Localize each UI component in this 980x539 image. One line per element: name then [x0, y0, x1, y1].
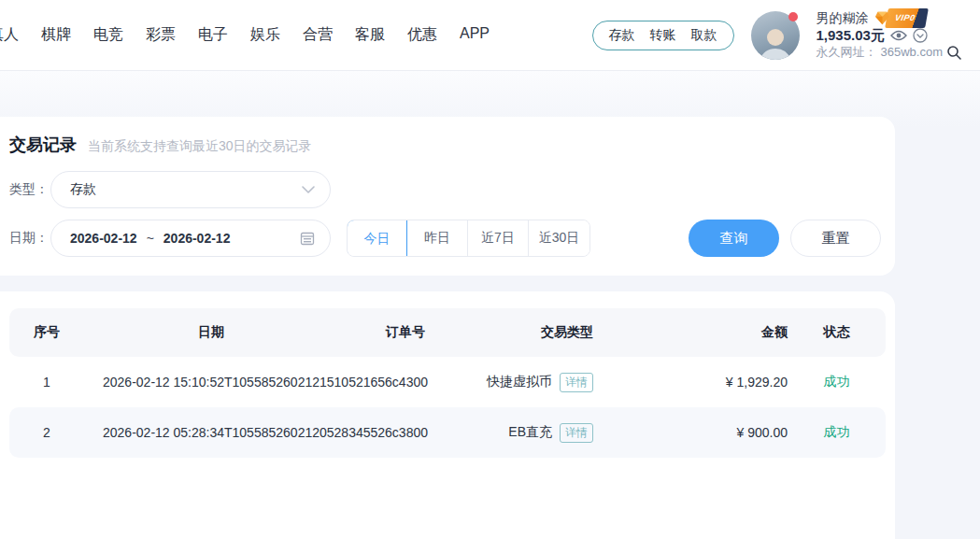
row-order-no: T1055852602120528345526c3800 [224, 425, 425, 440]
row-index: 2 [9, 425, 84, 440]
transaction-table-panel: 序号 日期 订单号 交易类型 金额 状态 1 2026-02-12 15:10:… [0, 291, 895, 539]
notification-dot [788, 12, 798, 21]
nav-item-chess[interactable]: 棋牌 [41, 25, 71, 45]
deposit-button[interactable]: 存款 [609, 27, 635, 44]
eye-icon[interactable] [890, 29, 907, 42]
person-silhouette-icon [757, 24, 794, 60]
calendar-icon [300, 231, 315, 246]
nav-item-app[interactable]: APP [460, 25, 490, 45]
reset-button[interactable]: 重置 [790, 220, 881, 257]
permanent-url[interactable]: 365wb.com [881, 44, 943, 60]
nav-item-support[interactable]: 客服 [355, 25, 385, 45]
quick-range-yesterday[interactable]: 昨日 [407, 220, 468, 256]
top-navigation-bar: 真人 棋牌 电竞 彩票 电子 娱乐 合营 客服 优惠 APP 存款 转账 取款 [0, 0, 980, 71]
date-start: 2026-02-12 [70, 231, 137, 246]
main-nav: 真人 棋牌 电竞 彩票 电子 娱乐 合营 客服 优惠 APP [0, 25, 490, 45]
row-status: 成功 [788, 424, 886, 441]
nav-item-live[interactable]: 真人 [0, 25, 19, 45]
nav-item-promo[interactable]: 优惠 [407, 25, 437, 45]
withdraw-button[interactable]: 取款 [691, 27, 717, 44]
transaction-filter-panel: 交易记录 当前系统支持查询最近30日的交易记录 类型： 存款 日期： 2026-… [0, 117, 895, 276]
table-row: 2 2026-02-12 05:28:34 T10558526021205283… [9, 407, 886, 458]
row-date: 2026-02-12 15:10:52 [84, 375, 224, 390]
search-button[interactable]: 查询 [689, 220, 779, 257]
page-title: 交易记录 [9, 134, 77, 156]
username: 男的糊涂 [817, 10, 869, 26]
row-order-no: T1055852602121510521656c4300 [224, 375, 425, 390]
col-header-order: 订单号 [224, 324, 425, 341]
search-icon[interactable] [946, 45, 961, 60]
row-status: 成功 [788, 374, 886, 390]
col-header-date: 日期 [84, 324, 224, 341]
vip-gem-icon [874, 11, 890, 25]
balance: 1,935.03元 [817, 27, 885, 43]
nav-item-affiliate[interactable]: 合营 [303, 25, 333, 45]
vip-label: VIP0 [885, 8, 928, 28]
row-index: 1 [9, 375, 84, 390]
col-header-index: 序号 [9, 324, 84, 341]
type-label: 类型： [9, 181, 50, 198]
detail-link[interactable]: 详情 [560, 423, 593, 443]
col-header-status: 状态 [788, 324, 886, 341]
detail-link[interactable]: 详情 [560, 373, 593, 392]
type-select-value: 存款 [70, 181, 302, 198]
row-amount: ¥ 1,929.20 [593, 375, 788, 390]
row-date: 2026-02-12 05:28:34 [84, 425, 224, 440]
table-header-row: 序号 日期 订单号 交易类型 金额 状态 [9, 308, 886, 357]
row-type: 快捷虚拟币 [487, 374, 552, 390]
wallet-actions: 存款 转账 取款 [592, 21, 734, 50]
refresh-balance-icon[interactable] [913, 28, 928, 43]
nav-item-esports[interactable]: 电竞 [93, 25, 123, 45]
col-header-amount: 金额 [593, 324, 788, 341]
nav-item-entertainment[interactable]: 娱乐 [250, 25, 280, 45]
quick-range-30days[interactable]: 近30日 [529, 220, 589, 256]
transfer-button[interactable]: 转账 [650, 27, 676, 44]
table-row: 1 2026-02-12 15:10:52 T10558526021215105… [9, 357, 886, 407]
date-filter-row: 日期： 2026-02-12 ~ 2026-02-12 今日 昨日 近7日 [9, 220, 881, 257]
nav-item-lottery[interactable]: 彩票 [146, 25, 176, 45]
permanent-url-label: 永久网址： [817, 44, 877, 60]
page-subtitle: 当前系统支持查询最近30日的交易记录 [88, 138, 312, 155]
type-filter-row: 类型： 存款 [9, 171, 881, 208]
date-label: 日期： [9, 230, 50, 247]
quick-range-7days[interactable]: 近7日 [468, 220, 529, 256]
row-type: EB直充 [508, 424, 552, 441]
type-select[interactable]: 存款 [50, 171, 331, 208]
date-separator: ~ [147, 231, 154, 246]
nav-item-slots[interactable]: 电子 [198, 25, 228, 45]
vip-badge: VIP0 [874, 11, 927, 26]
main-content: 交易记录 当前系统支持查询最近30日的交易记录 类型： 存款 日期： 2026-… [0, 71, 980, 539]
quick-range-today[interactable]: 今日 [347, 220, 407, 257]
date-end: 2026-02-12 [163, 231, 231, 246]
col-header-type: 交易类型 [425, 324, 593, 341]
topbar-right: 存款 转账 取款 男的糊涂 [592, 10, 961, 60]
quick-range-group: 今日 昨日 近7日 近30日 [347, 220, 590, 257]
row-amount: ¥ 900.00 [593, 425, 788, 440]
chevron-down-icon [302, 186, 315, 194]
avatar[interactable] [751, 11, 800, 60]
user-info: 男的糊涂 VIP0 1,935.03元 [817, 10, 961, 60]
date-range-input[interactable]: 2026-02-12 ~ 2026-02-12 [50, 220, 331, 257]
